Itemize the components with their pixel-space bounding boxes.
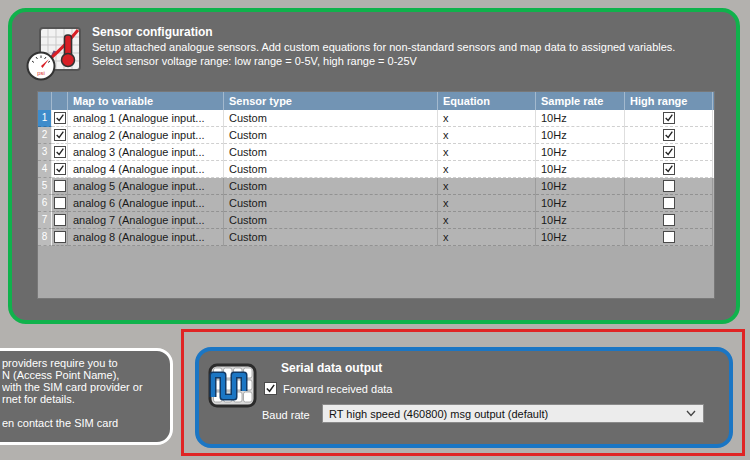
forward-received-data-label: Forward received data [283,383,392,395]
table-row[interactable]: 2analog 2 (Analogue input...Customx10Hz [38,127,714,144]
sample-rate-cell[interactable]: 10Hz [536,110,625,127]
col-header-blank [38,92,52,110]
sensor-type-cell[interactable]: Custom [224,110,438,127]
sim-info-line: providers require you to [2,357,164,369]
table-row[interactable]: 4analog 4 (Analogue input...Customx10Hz [38,161,714,178]
col-header-equation: Equation [438,92,536,110]
high-range-checkbox[interactable] [663,163,675,175]
row-enable-checkbox[interactable] [54,214,66,226]
row-enable-checkbox[interactable] [54,197,66,209]
sample-rate-cell[interactable]: 10Hz [536,195,625,212]
baud-rate-value: RT high speed (460800) msg output (defau… [329,408,548,420]
high-range-checkbox[interactable] [663,180,675,192]
table-row[interactable]: 3analog 3 (Analogue input...Customx10Hz [38,144,714,161]
map-to-variable-cell[interactable]: analog 3 (Analogue input... [68,144,224,161]
sample-rate-cell[interactable]: 10Hz [536,178,625,195]
equation-cell[interactable]: x [438,161,536,178]
sim-info-line: rnet for details. [2,393,164,405]
row-number[interactable]: 4 [38,161,52,178]
sim-info-panel: providers require you toN (Access Point … [0,348,173,445]
serial-panel-title: Serial data output [281,361,382,375]
map-to-variable-cell[interactable]: analog 7 (Analogue input... [68,212,224,229]
equation-cell[interactable]: x [438,229,536,246]
sim-info-line: with the SIM card provider or [2,381,164,393]
high-range-checkbox[interactable] [663,214,675,226]
row-number[interactable]: 2 [38,127,52,144]
equation-cell[interactable]: x [438,110,536,127]
sample-rate-cell[interactable]: 10Hz [536,161,625,178]
map-to-variable-cell[interactable]: analog 8 (Analogue input... [68,229,224,246]
svg-text:psi: psi [37,70,45,76]
equation-cell[interactable]: x [438,144,536,161]
baud-rate-select[interactable]: RT high speed (460800) msg output (defau… [322,404,704,423]
panel-description-line1: Setup attached analogue sensors. Add cus… [92,41,675,53]
equation-cell[interactable]: x [438,212,536,229]
sim-info-line: N (Access Point Name), [2,369,164,381]
table-row[interactable]: 8analog 8 (Analogue input...Customx10Hz [38,229,714,246]
equation-cell[interactable]: x [438,127,536,144]
equation-cell[interactable]: x [438,178,536,195]
row-number[interactable]: 8 [38,229,52,246]
chevron-down-icon [686,410,696,417]
serial-waveform-icon [208,360,257,410]
equation-cell[interactable]: x [438,195,536,212]
row-number[interactable]: 1 [38,110,52,127]
sensor-type-cell[interactable]: Custom [224,178,438,195]
high-range-checkbox[interactable] [663,112,675,124]
sample-rate-cell[interactable]: 10Hz [536,229,625,246]
sensor-type-cell[interactable]: Custom [224,212,438,229]
row-enable-checkbox[interactable] [54,112,66,124]
col-header-sample-rate: Sample rate [536,92,625,110]
sample-rate-cell[interactable]: 10Hz [536,127,625,144]
sensor-type-cell[interactable]: Custom [224,161,438,178]
sim-info-text: providers require you toN (Access Point … [2,357,164,429]
forward-received-data-checkbox[interactable] [264,382,277,395]
table-row[interactable]: 6analog 6 (Analogue input...Customx10Hz [38,195,714,212]
row-number[interactable]: 6 [38,195,52,212]
sensor-type-cell[interactable]: Custom [224,144,438,161]
row-enable-checkbox[interactable] [54,129,66,141]
col-header-sensor-type: Sensor type [224,92,438,110]
sensor-type-cell[interactable]: Custom [224,127,438,144]
sensor-table: Map to variableSensor typeEquationSample… [37,91,715,299]
high-range-checkbox[interactable] [663,146,675,158]
sensor-type-cell[interactable]: Custom [224,195,438,212]
sensor-table-header: Map to variableSensor typeEquationSample… [38,92,714,110]
baud-rate-label: Baud rate [262,409,310,421]
panel-description-line2: Select sensor voltage range: low range =… [92,55,417,67]
row-number[interactable]: 5 [38,178,52,195]
sensor-gauge-thermometer-icon: psi [26,26,82,82]
map-to-variable-cell[interactable]: analog 6 (Analogue input... [68,195,224,212]
row-enable-checkbox[interactable] [54,180,66,192]
table-row[interactable]: 7analog 7 (Analogue input...Customx10Hz [38,212,714,229]
sensor-table-body: 1analog 1 (Analogue input...Customx10Hz2… [38,110,714,246]
panel-title: Sensor configuration [92,25,213,39]
table-row[interactable]: 5analog 5 (Analogue input...Customx10Hz [38,178,714,195]
row-enable-checkbox[interactable] [54,146,66,158]
sample-rate-cell[interactable]: 10Hz [536,144,625,161]
col-header-map-to-variable: Map to variable [68,92,224,110]
map-to-variable-cell[interactable]: analog 5 (Analogue input... [68,178,224,195]
row-number[interactable]: 3 [38,144,52,161]
high-range-checkbox[interactable] [663,231,675,243]
col-header-high-range: High range [625,92,713,110]
high-range-checkbox[interactable] [663,129,675,141]
serial-data-output-panel: Serial data output Forward received data… [195,347,733,448]
sim-info-line: en contact the SIM card [2,417,164,429]
row-enable-checkbox[interactable] [54,163,66,175]
high-range-checkbox[interactable] [663,197,675,209]
map-to-variable-cell[interactable]: analog 4 (Analogue input... [68,161,224,178]
map-to-variable-cell[interactable]: analog 1 (Analogue input... [68,110,224,127]
sensor-configuration-panel: psi Sensor configuration Setup attached … [8,8,740,324]
row-enable-checkbox[interactable] [54,231,66,243]
table-row[interactable]: 1analog 1 (Analogue input...Customx10Hz [38,110,714,127]
sample-rate-cell[interactable]: 10Hz [536,212,625,229]
col-header-blank [52,92,68,110]
row-number[interactable]: 7 [38,212,52,229]
map-to-variable-cell[interactable]: analog 2 (Analogue input... [68,127,224,144]
sim-info-line [2,405,164,417]
screen: psi Sensor configuration Setup attached … [0,0,750,460]
sensor-type-cell[interactable]: Custom [224,229,438,246]
